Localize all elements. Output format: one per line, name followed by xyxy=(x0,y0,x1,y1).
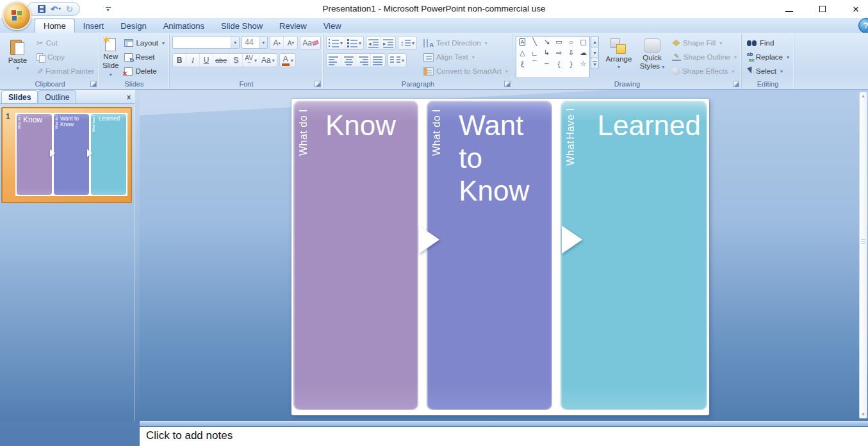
strikethrough-button[interactable]: abe xyxy=(213,54,229,67)
align-right-button[interactable] xyxy=(356,54,371,67)
tab-animations[interactable]: Animations xyxy=(155,19,213,33)
shape-fill-button[interactable]: Shape Fill xyxy=(669,37,739,49)
shape-elbow-arrow[interactable]: ↳ xyxy=(541,47,553,58)
gallery-down-button[interactable]: ▼ xyxy=(591,47,599,58)
slide-thumbnail-selected[interactable]: 1 What do I Know What do I Want to Know … xyxy=(1,107,132,203)
undo-button[interactable]: ↶▾ xyxy=(51,4,61,14)
notes-splitter[interactable] xyxy=(140,421,868,427)
shape-star[interactable]: ☆ xyxy=(577,58,589,69)
shape-rounded-rectangle[interactable]: ▢ xyxy=(577,37,589,47)
shape-effects-button[interactable]: Shape Effects xyxy=(669,65,739,78)
shape-rectangle[interactable]: ▭ xyxy=(553,37,565,47)
shape-elbow[interactable]: ∟ xyxy=(528,47,541,58)
office-button[interactable] xyxy=(3,1,31,30)
italic-button[interactable]: I xyxy=(186,54,200,67)
font-size-caret[interactable]: ▼ xyxy=(259,37,267,48)
panel-close-button[interactable]: x xyxy=(127,93,131,101)
scroll-up-arrow-icon[interactable]: ▲ xyxy=(860,94,867,98)
shape-brace-left[interactable]: { xyxy=(553,58,565,69)
redo-button[interactable]: ↻ xyxy=(66,4,73,14)
decrease-indent-button[interactable] xyxy=(366,37,381,49)
text-direction-button[interactable]: Text Direction xyxy=(421,37,511,49)
vertical-scrollbar[interactable]: ▲ ▼ xyxy=(859,92,867,418)
underline-button[interactable]: U xyxy=(200,54,213,67)
delete-button[interactable]: Delete xyxy=(122,65,167,78)
gallery-up-button[interactable]: ▲ xyxy=(591,36,599,47)
notes-placeholder[interactable]: Click to add notes xyxy=(140,427,868,442)
font-name-combo[interactable]: ▼ xyxy=(172,36,240,49)
column-know[interactable]: What do I Know xyxy=(293,101,418,410)
increase-indent-button[interactable] xyxy=(381,37,395,49)
tab-design[interactable]: Design xyxy=(112,19,154,33)
character-spacing-button[interactable]: AV↔ xyxy=(243,54,259,67)
shape-textbox[interactable]: A xyxy=(516,37,528,47)
shape-arrow[interactable]: ↘ xyxy=(541,37,553,47)
replace-button[interactable]: Replace xyxy=(744,51,792,63)
drawing-dialog-launcher[interactable] xyxy=(733,81,739,87)
tab-home[interactable]: Home xyxy=(35,19,75,33)
font-dialog-launcher[interactable] xyxy=(315,81,321,87)
find-button[interactable]: Find xyxy=(744,37,792,49)
reset-button[interactable]: Reset xyxy=(122,51,167,63)
line-spacing-button[interactable] xyxy=(398,37,416,49)
minimize-button[interactable] xyxy=(782,3,796,15)
save-button[interactable] xyxy=(38,5,45,13)
align-center-button[interactable] xyxy=(341,54,356,67)
clear-formatting-button[interactable]: Aa xyxy=(300,37,320,49)
grow-font-button[interactable]: A xyxy=(270,37,284,49)
justify-button[interactable] xyxy=(371,54,385,67)
paste-dropdown-caret[interactable]: ▾ xyxy=(16,66,19,71)
shape-right-arrow[interactable]: ⇨ xyxy=(553,47,565,58)
close-button[interactable]: × xyxy=(849,3,863,15)
shape-down-arrow[interactable]: ⇩ xyxy=(565,47,577,58)
select-button[interactable]: Select xyxy=(744,65,792,78)
shape-curve[interactable]: ∼ xyxy=(541,58,553,69)
layout-button[interactable]: Layout xyxy=(122,37,167,49)
shape-cloud[interactable]: ☁ xyxy=(577,47,589,58)
scrollbar-grip[interactable] xyxy=(861,239,865,244)
shape-outline-button[interactable]: ✎Shape Outline xyxy=(669,51,739,63)
numbering-button[interactable] xyxy=(345,37,363,49)
shrink-font-button[interactable]: A xyxy=(284,37,297,49)
format-painter-button[interactable]: ✎Format Painter xyxy=(34,65,97,78)
paste-button[interactable]: Paste ▾ xyxy=(4,36,31,78)
panel-splitter[interactable] xyxy=(135,90,140,421)
tab-insert[interactable]: Insert xyxy=(75,19,113,33)
column-want-to-know[interactable]: What do I Want to Know xyxy=(427,101,552,410)
tab-view[interactable]: View xyxy=(315,19,350,33)
text-shadow-button[interactable]: S xyxy=(229,54,243,67)
font-size-combo[interactable]: 44▼ xyxy=(242,36,268,49)
shape-arc[interactable]: ⌒ xyxy=(528,58,541,69)
paragraph-dialog-launcher[interactable] xyxy=(504,81,511,87)
shape-line[interactable]: ╲ xyxy=(528,37,541,47)
tab-slide-show[interactable]: Slide Show xyxy=(213,19,271,33)
font-name-caret[interactable]: ▼ xyxy=(231,37,239,48)
panel-tab-outline[interactable]: Outline xyxy=(38,90,76,103)
shape-triangle[interactable]: △ xyxy=(516,47,528,58)
slide-canvas[interactable]: What do I Know What do I Want to Know Wh… xyxy=(291,99,709,415)
shape-oval[interactable]: ○ xyxy=(565,37,577,47)
clipboard-dialog-launcher[interactable] xyxy=(90,81,97,87)
new-slide-button[interactable]: NewSlide ▾ xyxy=(102,36,119,78)
convert-smartart-button[interactable]: Convert to SmartArt xyxy=(421,65,511,78)
arrange-button[interactable]: Arrange ▾ xyxy=(603,36,635,78)
restore-button[interactable] xyxy=(815,3,830,15)
bullets-button[interactable] xyxy=(327,37,345,49)
tab-review[interactable]: Review xyxy=(271,19,315,33)
panel-tab-slides[interactable]: Slides xyxy=(1,90,38,103)
shape-brace-right[interactable]: } xyxy=(565,58,577,69)
quick-styles-button[interactable]: QuickStyles ▾ xyxy=(639,36,666,78)
column-learned[interactable]: WhatHave I Learned xyxy=(561,101,707,410)
undo-dropdown-caret[interactable]: ▾ xyxy=(58,6,61,12)
scroll-down-arrow-icon[interactable]: ▼ xyxy=(860,412,867,417)
gallery-more-button[interactable]: ▼ xyxy=(591,58,599,69)
shape-scribble[interactable]: ξ xyxy=(516,58,528,69)
copy-button[interactable]: Copy xyxy=(34,51,97,63)
align-text-button[interactable]: Align Text xyxy=(421,51,511,63)
columns-button[interactable] xyxy=(388,54,406,67)
bold-button[interactable]: B xyxy=(173,54,186,67)
change-case-button[interactable]: Aa xyxy=(259,54,277,67)
font-color-button[interactable]: A xyxy=(280,54,295,67)
customize-qat-button[interactable]: ▾ xyxy=(102,4,113,15)
align-left-button[interactable] xyxy=(327,54,341,67)
